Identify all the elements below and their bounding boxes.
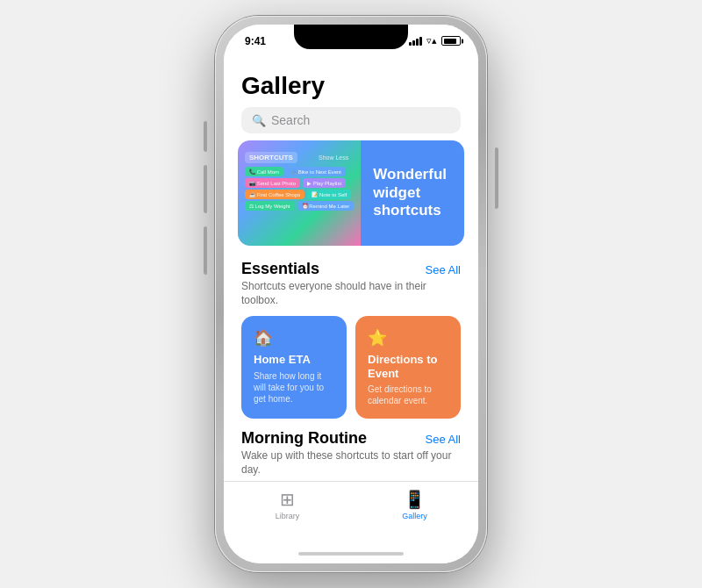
notch xyxy=(294,25,408,49)
shortcut-pill[interactable]: ☕ Find Coffee Shops xyxy=(245,190,304,199)
volume-down-button xyxy=(204,226,207,275)
directions-desc: Get directions to calendar event. xyxy=(368,384,448,406)
status-bar: 9:41 ▿▴ xyxy=(224,25,478,63)
silent-switch xyxy=(204,121,207,152)
shortcut-row-1: 📞 Call Mom 🚲 Bike to Next Event xyxy=(245,167,354,176)
directions-title: Directions to Event xyxy=(368,353,448,380)
tab-library[interactable]: ⊞ Library xyxy=(224,489,351,520)
home-eta-title: Home ETA xyxy=(254,353,334,367)
battery-icon xyxy=(441,36,461,46)
shortcut-pill[interactable]: ▶ Play Playlist xyxy=(303,178,346,188)
shortcut-pill[interactable]: ⚖ Log My Weight xyxy=(245,201,295,211)
phone-screen: 9:41 ▿▴ Galle xyxy=(224,25,478,563)
morning-title: Morning Routine xyxy=(241,429,367,448)
shortcut-pill[interactable]: 📞 Call Mom xyxy=(245,167,283,176)
morning-subtitle: Wake up with these shortcuts to start of… xyxy=(241,449,461,477)
shortcuts-label: SHORTCUTS xyxy=(245,152,297,163)
essentials-cards: 🏠 Home ETA Share how long it will take f… xyxy=(241,316,461,419)
phone-frame: 9:41 ▿▴ Galle xyxy=(215,16,487,572)
home-bar xyxy=(298,552,404,556)
gallery-label: Gallery xyxy=(402,512,427,520)
essentials-title: Essentials xyxy=(241,260,319,278)
shortcut-pill[interactable]: 📷 Send Last Photo xyxy=(245,178,300,188)
shortcut-row-4: ⚖ Log My Weight ⏰ Remind Me Later xyxy=(245,201,354,211)
tab-gallery[interactable]: 📱 Gallery xyxy=(351,489,478,520)
power-button xyxy=(495,147,498,209)
tab-bar: ⊞ Library 📱 Gallery xyxy=(224,481,478,544)
page-title: Gallery xyxy=(241,72,461,100)
star-icon: ⭐ xyxy=(368,328,448,348)
home-indicator xyxy=(224,544,478,563)
hero-left: SHORTCUTS Show Less 📞 Call Mom 🚲 Bike to… xyxy=(238,140,361,246)
page-header: Gallery 🔍 Search xyxy=(224,63,478,140)
wifi-icon: ▿▴ xyxy=(426,35,437,47)
home-eta-desc: Share how long it will take for you to g… xyxy=(254,370,334,405)
library-label: Library xyxy=(276,512,300,520)
status-icons: ▿▴ xyxy=(409,35,461,47)
essentials-subtitle: Shortcuts everyone should have in their … xyxy=(241,280,461,307)
show-less[interactable]: Show Less xyxy=(319,154,348,161)
search-placeholder: Search xyxy=(271,113,310,127)
shortcut-row-3: ☕ Find Coffee Shops 📝 Note to Self xyxy=(245,190,354,199)
library-icon: ⊞ xyxy=(280,489,295,510)
essentials-see-all[interactable]: See All xyxy=(426,263,461,276)
essentials-header: Essentials See All xyxy=(241,260,461,278)
morning-header: Morning Routine See All xyxy=(241,429,461,448)
shortcut-row-2: 📷 Send Last Photo ▶ Play Playlist xyxy=(245,178,354,188)
essentials-section: Essentials See All Shortcuts everyone sh… xyxy=(224,260,478,429)
volume-up-button xyxy=(204,165,207,213)
hero-right: Wonderful widget shortcuts xyxy=(361,140,464,246)
hero-banner[interactable]: SHORTCUTS Show Less 📞 Call Mom 🚲 Bike to… xyxy=(238,140,464,246)
screen-content[interactable]: Gallery 🔍 Search SHORTCUTS Show Less xyxy=(224,63,478,481)
directions-card[interactable]: ⭐ Directions to Event Get directions to … xyxy=(355,316,461,419)
gallery-icon: 📱 xyxy=(404,489,426,510)
home-eta-card[interactable]: 🏠 Home ETA Share how long it will take f… xyxy=(241,316,347,419)
search-icon: 🔍 xyxy=(252,114,266,127)
shortcut-pill[interactable]: 🚲 Bike to Next Event xyxy=(286,167,346,176)
morning-routine-section: Morning Routine See All Wake up with the… xyxy=(224,429,478,481)
home-icon: 🏠 xyxy=(254,328,334,348)
shortcut-pill[interactable]: ⏰ Remind Me Later xyxy=(297,201,355,211)
shortcut-pill[interactable]: 📝 Note to Self xyxy=(307,190,351,199)
morning-see-all[interactable]: See All xyxy=(426,433,461,446)
search-bar[interactable]: 🔍 Search xyxy=(241,107,461,133)
hero-title: Wonderful widget shortcuts xyxy=(373,166,452,219)
signal-icon xyxy=(409,37,422,46)
